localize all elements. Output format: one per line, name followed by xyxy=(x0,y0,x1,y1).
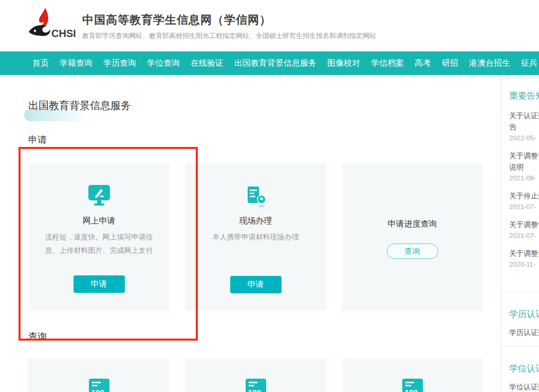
nav-item-xuewei-query[interactable]: 学位查询 xyxy=(147,58,180,69)
page-title: 出国教育背景信息服务 xyxy=(28,99,131,113)
query-cards-row: 100 100 100 xyxy=(28,358,483,392)
sidebar-link-xuewei-report[interactable]: 学位认证报告 xyxy=(509,383,539,392)
notice-item[interactable]: 关于认证报 告 2022-05- xyxy=(509,110,539,143)
card-progress-query: 申请进度查询 查询 xyxy=(342,163,483,311)
apply-cards-row: 网上申请 流程短，速度快。网上填写申请信 息、上传材料图片、完成网上支付 申请 … xyxy=(28,163,483,311)
sidebar-heading-notices: 重要告知 xyxy=(509,90,539,102)
svg-text:100: 100 xyxy=(248,388,261,392)
sidebar-box-xueli: 学历认证 学历认证报告 xyxy=(501,291,539,346)
nav-item-gaokao[interactable]: 高考 xyxy=(415,58,431,69)
card-onsite-apply: 现场办理 本人携带申请材料现场办理 申请 xyxy=(185,163,326,311)
card-title: 申请进度查询 xyxy=(342,219,483,230)
card-desc: 本人携带申请材料现场办理 xyxy=(185,230,326,244)
svg-text:CHSI: CHSI xyxy=(51,28,76,39)
nav-item-gangaotai[interactable]: 港澳台招生 xyxy=(469,58,510,69)
card-desc: 流程短，速度快。网上填写申请信 息、上传材料图片、完成网上支付 xyxy=(28,230,170,257)
notice-item[interactable]: 关于调整学 2021-07- xyxy=(509,219,539,241)
card-query-report-1: 100 xyxy=(28,358,170,392)
notice-date: 2022-05- xyxy=(509,133,539,143)
svg-text:100: 100 xyxy=(404,388,418,392)
transcript-100-icon: 100 xyxy=(88,378,110,392)
nav-item-abroad-service[interactable]: 出国教育背景信息服务 xyxy=(234,58,317,69)
card-query-report-3: 100 xyxy=(342,358,483,392)
section-heading-apply: 申请 xyxy=(28,134,47,146)
monitor-edit-icon xyxy=(87,184,111,207)
notice-item[interactable]: 关于停止受 2021-07- xyxy=(509,190,539,212)
online-apply-button[interactable]: 申请 xyxy=(73,275,125,293)
nav-item-zhengbing[interactable]: 征兵 xyxy=(521,58,537,69)
progress-query-button[interactable]: 查询 xyxy=(387,244,438,259)
nav-item-online-verify[interactable]: 在线验证 xyxy=(191,58,224,69)
notice-item[interactable]: 关于调整认 说明 2021-08- xyxy=(509,150,539,183)
site-title: 中国高等教育学生信息网（学信网） xyxy=(82,12,271,28)
nav-item-home[interactable]: 首页 xyxy=(32,58,49,69)
sidebar-heading-xuewei: 学位认证 xyxy=(509,363,539,375)
card-title: 现场办理 xyxy=(185,216,326,227)
sidebar: 重要告知 关于认证报 告 2022-05- 关于调整认 说明 2021-08- … xyxy=(501,78,539,392)
notice-item[interactable]: 关于调整认 2020-11- xyxy=(509,248,539,270)
sidebar-link-xueli-report[interactable]: 学历认证报告 xyxy=(509,328,539,338)
document-location-icon xyxy=(244,185,268,209)
nav-item-archive[interactable]: 学信档案 xyxy=(371,58,404,69)
sidebar-box-notices: 重要告知 关于认证报 告 2022-05- 关于调整认 说明 2021-08- … xyxy=(501,78,539,292)
transcript-100-icon: 100 xyxy=(245,378,267,392)
notice-date: 2021-07- xyxy=(509,201,539,212)
svg-text:100: 100 xyxy=(91,388,104,392)
card-online-apply: 网上申请 流程短，速度快。网上填写申请信 息、上传材料图片、完成网上支付 申请 xyxy=(28,163,170,311)
nav-item-xueli-query[interactable]: 学历查询 xyxy=(103,58,136,69)
chsi-page: CHSI 中国高等教育学生信息网（学信网） 教育部学历查询网站、教育部高校招生阳… xyxy=(0,0,539,392)
card-title: 网上申请 xyxy=(28,216,170,227)
site-subtitle: 教育部学历查询网站、教育部高校招生阳光工程指定网站、全国硕士研究生招生报名和调剂… xyxy=(82,31,376,41)
notice-date: 2020-11- xyxy=(509,259,539,270)
section-heading-query: 查询 xyxy=(28,330,47,343)
chsi-logo-icon: CHSI xyxy=(26,7,79,41)
nav-item-yanzhao[interactable]: 研招 xyxy=(442,58,458,69)
site-header: CHSI 中国高等教育学生信息网（学信网） 教育部学历查询网站、教育部高校招生阳… xyxy=(0,0,539,51)
nav-item-xueji-query[interactable]: 学籍查询 xyxy=(60,58,92,69)
nav-item-image-check[interactable]: 图像校对 xyxy=(327,58,360,69)
notice-date: 2021-07- xyxy=(509,230,539,241)
main-nav: 首页 学籍查询 学历查询 学位查询 在线验证 出国教育背景信息服务 图像校对 学… xyxy=(0,51,539,75)
transcript-100-icon: 100 xyxy=(401,378,424,392)
notice-date: 2021-08- xyxy=(509,173,539,183)
sidebar-heading-xueli: 学历认证 xyxy=(509,308,539,320)
onsite-apply-button[interactable]: 申请 xyxy=(230,276,282,293)
card-query-report-2: 100 xyxy=(185,358,326,392)
sidebar-box-xuewei: 学位认证 学位认证报告 xyxy=(501,346,539,392)
